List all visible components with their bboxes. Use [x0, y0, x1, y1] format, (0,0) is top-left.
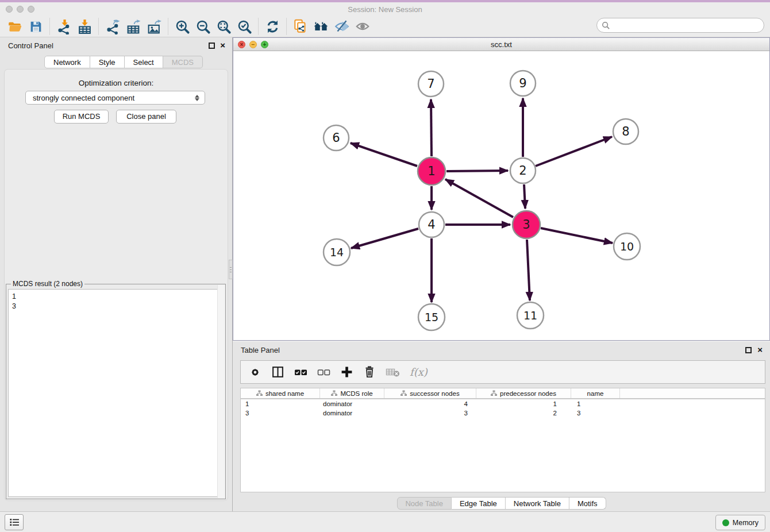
edge-1-2[interactable] [446, 171, 508, 171]
column-header-shared-name[interactable]: shared name [241, 388, 320, 398]
zoom-out-button[interactable] [192, 17, 213, 36]
edge-3-1[interactable] [445, 179, 513, 217]
edge-4-14[interactable] [351, 229, 418, 248]
cell-name[interactable]: 3 [571, 408, 620, 418]
export-network-button[interactable] [102, 17, 123, 36]
cell-mcds-role[interactable]: dominator [320, 408, 384, 418]
table-panel-tabs: Node Table Edge Table Network Table Moti… [396, 497, 606, 510]
dropdown-stepper-icon [194, 92, 201, 103]
cell-shared-name[interactable]: 3 [241, 408, 320, 418]
import-network-button[interactable] [53, 17, 74, 36]
graph-node-3-selected[interactable]: 3 [513, 211, 540, 238]
cell-mcds-role[interactable]: dominator [320, 399, 384, 408]
close-panel-icon[interactable] [220, 40, 225, 50]
graph-node-7[interactable]: 7 [418, 71, 444, 97]
graph-node-9[interactable]: 9 [510, 71, 536, 96]
edge-3-10[interactable] [541, 228, 613, 243]
zoom-in-button[interactable] [172, 17, 192, 36]
column-header-predecessor-nodes[interactable]: predecessor nodes [476, 388, 571, 398]
tab-edge-table[interactable]: Edge Table [452, 497, 506, 510]
mcds-result-title: MCDS result (2 nodes) [11, 280, 84, 288]
cell-shared-name[interactable]: 1 [241, 399, 320, 408]
network-window-titlebar[interactable]: scc.txt [233, 38, 769, 51]
show-all-button[interactable] [352, 17, 373, 36]
select-all-checkboxes-icon[interactable] [294, 368, 307, 376]
cell-predecessor-nodes[interactable]: 1 [476, 399, 571, 408]
panel-splitter-handle[interactable] [229, 260, 233, 279]
search-input[interactable] [610, 20, 764, 31]
tab-style[interactable]: Style [90, 56, 125, 68]
graph-node-4[interactable]: 4 [419, 212, 444, 237]
table-settings-gear-icon[interactable] [249, 366, 261, 379]
column-layout-icon[interactable] [271, 365, 284, 379]
export-image-button[interactable] [144, 17, 164, 36]
tab-select[interactable]: Select [125, 56, 163, 68]
graph-node-11[interactable]: 11 [517, 302, 544, 329]
edge-1-7[interactable] [431, 99, 432, 156]
criterion-dropdown[interactable]: strongly connected component [25, 91, 205, 105]
add-row-plus-icon[interactable] [340, 365, 353, 379]
toolbar-separator [258, 18, 259, 35]
column-header-successor-nodes[interactable]: successor nodes [384, 388, 476, 398]
table-toolbar: f(x) [240, 360, 765, 384]
float-table-panel-icon[interactable] [745, 347, 752, 353]
result-scrollbar[interactable] [217, 285, 225, 498]
network-canvas[interactable]: 7 9 6 8 1 [233, 51, 769, 340]
graph-node-10[interactable]: 10 [614, 233, 640, 260]
edge-1-6[interactable] [351, 143, 417, 166]
svg-text:8: 8 [622, 125, 629, 138]
edge-3-11[interactable] [527, 240, 530, 300]
table-row[interactable]: 1 dominator 4 1 1 [241, 399, 765, 408]
open-session-button[interactable] [5, 17, 25, 36]
control-panel-title: Control Panel [8, 41, 53, 50]
column-label: shared name [265, 390, 304, 397]
graph-node-15[interactable]: 15 [418, 304, 445, 330]
cell-successor-nodes[interactable]: 3 [384, 408, 476, 418]
cell-predecessor-nodes[interactable]: 2 [476, 408, 571, 418]
float-panel-icon[interactable] [209, 43, 215, 49]
graph-node-6[interactable]: 6 [324, 125, 349, 151]
column-type-icon [491, 390, 497, 396]
zoom-fit-button[interactable] [213, 17, 234, 36]
hide-selected-button[interactable] [332, 17, 352, 36]
first-neighbors-button[interactable] [311, 17, 332, 36]
svg-text:3: 3 [522, 218, 530, 232]
mcds-result-text[interactable]: 1 3 [8, 289, 224, 497]
column-type-icon [331, 390, 337, 396]
memory-button[interactable]: Memory [715, 515, 765, 530]
clone-network-button[interactable] [290, 17, 311, 36]
graph-node-1-selected[interactable]: 1 [418, 157, 445, 185]
task-history-button[interactable] [5, 514, 24, 530]
graph-node-14[interactable]: 14 [324, 239, 350, 265]
graph-node-8[interactable]: 8 [613, 119, 638, 144]
import-table-button[interactable] [74, 17, 95, 36]
column-header-name[interactable]: name [571, 388, 620, 398]
toolbar-separator [98, 18, 99, 35]
column-header-mcds-role[interactable]: MCDS role [320, 388, 384, 398]
application-window: Session: New Session [0, 0, 770, 532]
tab-mcds[interactable]: MCDS [163, 56, 203, 68]
apply-layout-button[interactable] [262, 17, 283, 36]
deselect-all-checkboxes-icon[interactable] [317, 368, 330, 376]
export-image-icon [147, 19, 162, 34]
tab-network[interactable]: Network [44, 56, 90, 68]
cell-successor-nodes[interactable]: 4 [384, 399, 476, 408]
delete-row-trash-icon[interactable] [363, 365, 376, 379]
tab-network-table[interactable]: Network Table [506, 497, 569, 510]
zoom-selected-button[interactable] [234, 17, 255, 36]
run-mcds-button[interactable]: Run MCDS [54, 110, 109, 124]
save-session-button[interactable] [25, 17, 46, 36]
export-table-button[interactable] [123, 17, 144, 36]
table-row[interactable]: 3 dominator 3 2 3 [241, 408, 765, 418]
close-panel-button[interactable]: Close panel [116, 110, 176, 124]
tab-motifs[interactable]: Motifs [569, 497, 606, 510]
import-network-icon [56, 19, 72, 34]
edge-2-8[interactable] [536, 137, 612, 166]
cell-name[interactable]: 1 [571, 399, 620, 408]
tab-node-table[interactable]: Node Table [396, 497, 452, 510]
mcds-result-box: MCDS result (2 nodes) 1 3 [6, 284, 226, 499]
edge-2-3[interactable] [524, 184, 525, 209]
close-table-panel-icon[interactable] [757, 345, 763, 354]
global-search-field[interactable] [596, 18, 764, 33]
graph-node-2[interactable]: 2 [510, 158, 536, 183]
